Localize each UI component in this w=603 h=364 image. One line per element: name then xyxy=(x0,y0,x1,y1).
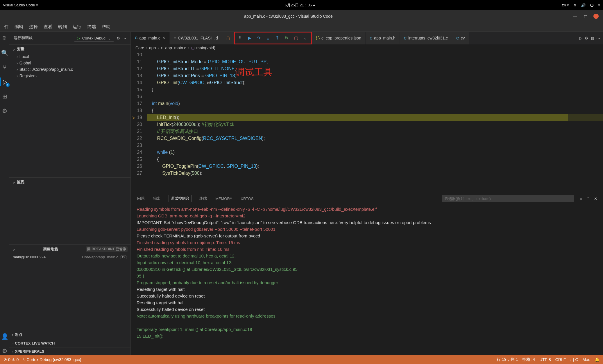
menu-件[interactable]: 件 xyxy=(1,23,12,31)
code-editor[interactable]: 101112131415161718192021222324252627 GPI… xyxy=(131,51,603,193)
panel-tab-问题[interactable]: 问题 xyxy=(137,195,145,202)
breadcrumb-item[interactable]: app xyxy=(149,46,156,50)
var-scope-static[interactable]: Static: ./Core/app/app_main.c xyxy=(15,66,130,73)
continue-icon[interactable]: ▶ xyxy=(246,35,253,41)
menu-查看[interactable]: 查看 xyxy=(41,23,55,31)
breadcrumb-item[interactable]: Core xyxy=(135,46,144,50)
restart-icon[interactable]: ↻ xyxy=(284,35,290,41)
network-icon[interactable]: ⋔ xyxy=(573,3,577,7)
volume-icon[interactable]: 🔊 xyxy=(581,3,586,7)
status-item[interactable]: { } C xyxy=(570,357,578,362)
menu-终端[interactable]: 终端 xyxy=(84,23,99,31)
exec-pointer-icon: ▷ xyxy=(132,114,135,121)
tab-CW32L031_FLASH.ld[interactable]: ≡CW32L031_FLASH.ld xyxy=(170,32,222,44)
close-icon[interactable]: ✕ xyxy=(162,36,165,40)
file-icon: C xyxy=(135,36,137,40)
bell-icon[interactable]: 🔔 xyxy=(595,357,600,362)
tab-app_main.h[interactable]: Capp_main.h xyxy=(366,32,400,44)
file-icon: ≡ xyxy=(174,36,176,40)
panel-tab-输出[interactable]: 输出 xyxy=(153,195,161,202)
settings-icon[interactable]: ⚙ xyxy=(585,36,588,40)
step-over-icon[interactable]: ↷ xyxy=(256,35,262,41)
minimize-button[interactable]: — xyxy=(572,14,578,19)
var-scope-local[interactable]: Local xyxy=(15,53,130,60)
step-out-icon[interactable]: ⤒ xyxy=(274,35,281,41)
breadcrumb-item[interactable]: main(void) xyxy=(196,46,215,50)
breadcrumb-item[interactable]: app_main.c xyxy=(165,46,186,50)
panel-close-icon[interactable]: ✕ xyxy=(594,197,597,201)
menu-icon[interactable]: ▾ xyxy=(598,3,600,7)
editor-tabs: Capp_main.c✕≡CW32L031_FLASH.ld⋂⠿▶↷⤓⤒↻▢⌄{… xyxy=(131,32,603,44)
sidebar: 运行和调试 ▷ Cortex Debug ⌄ ⚙ ⋯ 变量 Local Glob… xyxy=(9,32,131,355)
step-into-icon[interactable]: ⤓ xyxy=(265,35,271,41)
more-icon[interactable]: ⋯ xyxy=(122,36,126,40)
close-button[interactable] xyxy=(593,14,599,19)
settings-icon[interactable]: ⚙ xyxy=(0,347,9,355)
section-breakpoints[interactable]: 断点 xyxy=(9,330,130,339)
menu-选择[interactable]: 选择 xyxy=(26,23,41,31)
file-icon: C xyxy=(404,36,407,40)
explorer-icon[interactable]: 🗎 xyxy=(0,34,9,43)
panel-tab-调试控制台[interactable]: 调试控制台 xyxy=(169,195,192,202)
menu-帮助[interactable]: 帮助 xyxy=(99,23,113,31)
menu-运行[interactable]: 运行 xyxy=(70,23,84,31)
stack-frame[interactable]: main@0x00000224 Core/app/app_main.c 19 xyxy=(9,254,130,260)
file-icon: C xyxy=(370,36,372,40)
status-item[interactable]: ⑂ Cortex Debug (cw32l083_gcc) xyxy=(23,357,81,362)
tab-interrupts_cw32l031.c[interactable]: Cinterrupts_cw32l031.c xyxy=(400,32,452,44)
paused-reason: 因 breakpoint 已暂停 xyxy=(86,246,128,252)
app-menu-button[interactable]: Visual Studio Code ▾ xyxy=(3,3,38,7)
extensions-icon[interactable]: ⊞ xyxy=(0,92,9,101)
section-variables[interactable]: 变量 xyxy=(9,45,130,53)
minimap[interactable] xyxy=(568,51,603,193)
account-icon[interactable]: 👤 xyxy=(0,332,9,341)
status-item[interactable]: 空格: 4 xyxy=(522,357,535,362)
more-icon[interactable]: ⌄ xyxy=(302,35,309,41)
section-xperipherals[interactable]: XPERIPHERALS xyxy=(9,347,130,355)
settings-sync-icon[interactable]: ⚙ xyxy=(0,107,9,115)
panel-clear-icon[interactable]: ⌃ xyxy=(586,197,590,201)
split-icon[interactable]: ▥ xyxy=(591,36,594,40)
file-icon: { } xyxy=(316,36,320,40)
panel-tab-终端[interactable]: 终端 xyxy=(199,195,207,202)
file-icon: C xyxy=(456,36,459,40)
menu-转到[interactable]: 转到 xyxy=(55,23,70,31)
tab-cv[interactable]: Ccv xyxy=(452,32,469,44)
language-indicator[interactable]: zh ▾ xyxy=(562,3,569,7)
section-callstack[interactable]: 调用堆栈 因 breakpoint 已暂停 xyxy=(9,245,130,254)
status-item[interactable]: CRLF xyxy=(555,357,566,362)
stop-icon[interactable]: ▢ xyxy=(293,35,299,41)
gear-icon[interactable]: ⚙ xyxy=(117,36,120,40)
debug-console-output[interactable]: Reading symbols from arm-none-eabi-nm --… xyxy=(131,204,603,355)
section-cortex-watch[interactable]: CORTEX LIVE WATCH xyxy=(9,339,130,347)
debug-config-selector[interactable]: ▷ Cortex Debug ⌄ xyxy=(74,35,114,42)
run-icon[interactable]: ▷ xyxy=(579,36,582,40)
tab-app_main.c[interactable]: Capp_main.c✕ xyxy=(131,32,170,44)
menu-bar: 件编辑选择查看转到运行终端帮助 xyxy=(0,22,603,32)
play-icon: ▷ xyxy=(77,36,80,40)
source-control-icon[interactable]: ⑂ xyxy=(0,63,9,72)
status-item[interactable]: Mac xyxy=(583,357,590,362)
file-icon: ⋂ xyxy=(226,36,230,40)
drag-icon[interactable]: ⠿ xyxy=(237,35,244,41)
status-item[interactable]: 行 19，列 1 xyxy=(497,357,518,362)
search-icon[interactable]: 🔍 xyxy=(0,48,9,57)
tab-c_cpp_properties.json[interactable]: { }c_cpp_properties.json xyxy=(312,32,366,44)
maximize-button[interactable]: ▢ xyxy=(583,14,588,19)
breadcrumb[interactable]: Core›app›C app_main.c›⊡ main(void) xyxy=(131,44,603,51)
status-item[interactable]: ⊘ 0 ⚠ 0 xyxy=(3,357,19,362)
panel-filter-input[interactable] xyxy=(442,195,574,202)
var-scope-global[interactable]: Global xyxy=(15,60,130,66)
power-icon[interactable]: ⏻ xyxy=(590,3,594,7)
more-icon[interactable]: ⋯ xyxy=(596,36,600,40)
window-title: app_main.c - cw32l083_gcc - Visual Studi… xyxy=(4,14,572,19)
var-scope-registers[interactable]: Registers xyxy=(15,73,130,79)
menu-编辑[interactable]: 编辑 xyxy=(12,23,26,31)
tab-rss[interactable]: ⋂ xyxy=(222,32,234,44)
section-watch[interactable]: 监视 xyxy=(9,178,130,186)
panel-tab-MEMORY[interactable]: MEMORY xyxy=(215,195,233,202)
panel-tab-XRTOS[interactable]: XRTOS xyxy=(240,195,254,202)
run-debug-icon[interactable]: ▷ xyxy=(0,78,9,86)
panel-filter-icon[interactable]: ≡ xyxy=(580,197,582,201)
status-item[interactable]: UTF-8 xyxy=(539,357,551,362)
